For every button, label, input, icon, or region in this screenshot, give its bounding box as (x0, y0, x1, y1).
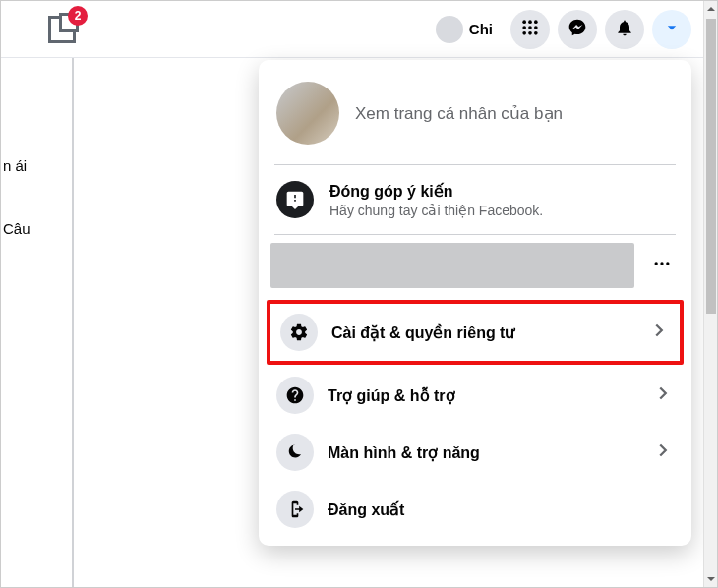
logout-icon (276, 491, 314, 528)
chevron-right-icon (652, 440, 674, 465)
top-navigation-bar: 2 Chi (1, 1, 703, 58)
svg-point-7 (528, 31, 532, 35)
placeholder-block (270, 243, 634, 288)
chevron-right-icon (648, 320, 670, 345)
svg-point-6 (522, 31, 526, 35)
svg-point-5 (534, 26, 538, 29)
moon-icon (276, 434, 314, 471)
messenger-button[interactable] (558, 10, 597, 49)
logout-item[interactable]: Đăng xuất (267, 481, 684, 538)
feedback-row[interactable]: Đóng góp ý kiến Hãy chung tay cải thiện … (267, 171, 684, 228)
help-support-label: Trợ giúp & hỗ trợ (328, 386, 638, 405)
topbar-right-cluster: Chi (432, 10, 691, 49)
app-logo[interactable]: 2 (48, 16, 76, 43)
placeholder-row (270, 243, 680, 288)
account-dropdown-button[interactable] (652, 10, 691, 49)
svg-point-3 (522, 26, 526, 29)
caret-down-icon (662, 18, 682, 41)
feedback-icon (276, 181, 314, 218)
profile-name: Chi (469, 21, 493, 37)
separator (274, 164, 676, 165)
svg-point-1 (528, 20, 532, 24)
sidebar-text-2: Câu (1, 211, 32, 247)
notification-badge: 2 (68, 6, 88, 26)
highlight-annotation: Cài đặt & quyền riêng tư (267, 300, 684, 365)
logout-label: Đăng xuất (328, 500, 674, 519)
svg-point-0 (522, 20, 526, 24)
display-accessibility-label: Màn hình & trợ năng (328, 443, 638, 462)
feedback-text: Đóng góp ý kiến Hãy chung tay cải thiện … (329, 182, 543, 218)
avatar (436, 16, 463, 43)
sidebar-text-1: n ái (1, 148, 32, 184)
messenger-icon (568, 18, 587, 41)
svg-point-9 (655, 262, 658, 265)
bell-icon (615, 18, 634, 41)
more-options-button[interactable] (644, 248, 680, 283)
view-profile-row[interactable]: Xem trang cá nhân của bạn (267, 68, 684, 158)
svg-point-11 (666, 262, 669, 265)
svg-point-4 (528, 26, 532, 29)
scroll-up-arrow-icon[interactable] (704, 1, 718, 17)
chevron-right-icon (652, 382, 674, 408)
settings-privacy-label: Cài đặt & quyền riêng tư (331, 323, 634, 342)
vertical-scrollbar[interactable] (703, 1, 717, 587)
gear-icon (280, 314, 318, 351)
separator (274, 234, 676, 235)
dots-horizontal-icon (652, 254, 672, 277)
scroll-down-arrow-icon[interactable] (704, 571, 718, 587)
feedback-subtitle: Hãy chung tay cải thiện Facebook. (329, 203, 543, 218)
svg-point-2 (534, 20, 538, 24)
feedback-title: Đóng góp ý kiến (329, 182, 543, 201)
menu-grid-button[interactable] (510, 10, 550, 49)
display-accessibility-item[interactable]: Màn hình & trợ năng (267, 424, 684, 481)
view-profile-label: Xem trang cá nhân của bạn (355, 103, 563, 124)
notifications-button[interactable] (605, 10, 644, 49)
left-divider (72, 58, 74, 587)
account-dropdown-panel: Xem trang cá nhân của bạn Đóng góp ý kiế… (259, 60, 691, 546)
profile-chip[interactable]: Chi (432, 12, 503, 47)
scrollbar-thumb[interactable] (706, 19, 716, 314)
avatar (276, 82, 339, 145)
svg-point-8 (534, 31, 538, 35)
help-icon (276, 377, 314, 414)
left-sidebar-fragment: n ái Câu (1, 148, 32, 247)
settings-privacy-item[interactable]: Cài đặt & quyền riêng tư (270, 304, 680, 361)
svg-point-10 (660, 262, 663, 265)
grid-icon (520, 18, 540, 41)
help-support-item[interactable]: Trợ giúp & hỗ trợ (267, 367, 684, 424)
